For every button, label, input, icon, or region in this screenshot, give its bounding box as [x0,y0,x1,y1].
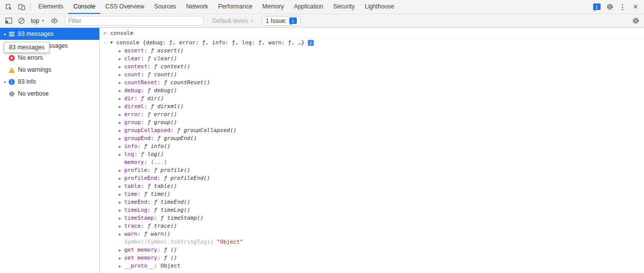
expand-triangle-icon[interactable]: ▶ [119,135,124,143]
live-expression-eye-icon[interactable] [48,14,61,27]
expand-triangle-icon[interactable]: ▶ [119,183,124,191]
context-selector[interactable]: top ▼ [28,17,48,24]
expand-triangle-icon[interactable]: ▶ [119,127,124,135]
console-property-row[interactable]: ▶groupEnd: ƒ groupEnd() [100,135,644,142]
console-property-row[interactable]: ▶dir: ƒ dir() [100,95,644,103]
sidebar-item-info[interactable]: ▸ 83 info [0,76,99,88]
expand-triangle-icon[interactable]: ▶ [119,63,124,71]
tab-lighthouse[interactable]: Lighthouse [360,0,399,14]
expand-triangle-icon[interactable]: ▶ [119,207,124,215]
console-property-row[interactable]: ▶group: ƒ group() [100,119,644,127]
console-property-row[interactable]: ▶profile: ƒ profile() [100,166,644,174]
property-value: ƒ trace() [147,223,177,229]
property-colon: : [144,47,151,54]
expand-triangle-icon[interactable]: ▶ [119,191,124,199]
sidebar-item-messages[interactable]: ▸ 83 messages [0,28,99,40]
console-settings-gear-icon[interactable] [629,14,642,27]
log-levels-dropdown[interactable]: Default levels ▼ [210,17,257,24]
console-property-row[interactable]: ▶context: ƒ context() [100,63,644,71]
sidebar-item-warnings[interactable]: No warnings [0,64,99,76]
expand-triangle-icon[interactable]: ▸ [2,80,8,84]
expand-triangle-icon[interactable]: ▸ [2,32,8,36]
property-colon: : [138,231,144,237]
tooltip: 83 messages [4,42,49,53]
expand-triangle-icon[interactable]: ▶ [119,79,124,87]
filter-input[interactable] [65,16,204,25]
sidebar-item-verbose[interactable]: No verbose [0,88,99,100]
expand-triangle-icon[interactable]: ▶ [119,103,124,111]
issues-counter-icon[interactable]: 1 [590,0,603,13]
console-property-row[interactable]: ▶get memory: ƒ () [100,246,644,254]
tab-css-overview[interactable]: CSS Overview [100,0,149,14]
console-command-row: > console [100,28,644,38]
console-property-row[interactable]: ▶groupCollapsed: ƒ groupCollapsed() [100,127,644,135]
tab-console[interactable]: Console [68,0,100,14]
console-property-row[interactable]: ▶dirxml: ƒ dirxml() [100,103,644,111]
property-colon: : [147,63,154,70]
property-value: ƒ warn() [144,231,171,237]
expand-triangle-icon[interactable]: ▶ [119,215,124,223]
console-property-row[interactable]: ▶assert: ƒ assert() [100,47,644,55]
console-property-row[interactable]: ▶warn: ƒ warn() [100,230,644,238]
console-property-row[interactable]: ▶profileEnd: ƒ profileEnd() [100,174,644,182]
console-api-info-icon[interactable]: i [308,40,314,46]
tab-memory[interactable]: Memory [257,0,289,14]
console-result-row: <· ▼ console {debug: ƒ, error: ƒ, info: … [100,38,644,47]
console-property-row[interactable]: ▶error: ƒ error() [100,111,644,119]
expand-triangle-icon[interactable]: ▶ [119,231,124,239]
expand-triangle-icon[interactable]: ▶ [119,167,124,175]
property-name: set memory [124,255,157,261]
expand-triangle-icon[interactable]: ▶ [119,143,124,151]
kebab-menu-icon[interactable]: ⋮ [616,0,629,13]
clear-console-icon[interactable] [15,14,28,27]
console-property-row[interactable]: ▶timeLog: ƒ timeLog() [100,206,644,214]
log-levels-value: Default levels [213,17,248,24]
tab-application[interactable]: Application [289,0,328,14]
settings-gear-icon[interactable] [603,0,616,13]
expand-triangle-icon[interactable]: ▶ [119,263,124,271]
expand-triangle-icon[interactable]: ▶ [119,55,124,63]
console-property-row[interactable]: ▶debug: ƒ debug() [100,87,644,95]
expand-triangle-icon[interactable]: ▶ [119,119,124,127]
expand-triangle-icon[interactable]: ▶ [119,151,124,159]
console-property-row[interactable]: ▶timeStamp: ƒ timeStamp() [100,214,644,222]
console-sidebar-toggle-icon[interactable] [2,14,15,27]
tab-elements[interactable]: Elements [33,0,68,14]
expand-triangle-icon[interactable]: ▶ [119,71,124,79]
tab-performance[interactable]: Performance [213,0,257,14]
console-property-row[interactable]: ▶countReset: ƒ countReset() [100,79,644,87]
console-property-row[interactable]: ▶count: ƒ count() [100,71,644,79]
tab-security[interactable]: Security [328,0,360,14]
expand-triangle-icon[interactable]: ▶ [119,255,124,263]
console-property-row[interactable]: ▶time: ƒ time() [100,190,644,198]
expand-triangle-icon[interactable]: ▶ [119,111,124,119]
property-value: ƒ timeLog() [154,207,191,213]
console-property-row[interactable]: ▶set memory: ƒ () [100,254,644,262]
sidebar-item-errors[interactable]: No errors [0,52,99,64]
collapse-triangle-icon[interactable]: ▼ [110,40,116,45]
console-property-row[interactable]: ▶clear: ƒ clear() [100,55,644,63]
expand-triangle-icon[interactable]: ▶ [119,175,124,183]
inspect-element-icon[interactable] [2,0,15,13]
console-property-row[interactable]: ▶trace: ƒ trace() [100,222,644,230]
expand-triangle-icon[interactable]: ▶ [119,87,124,95]
console-property-row[interactable]: ▶log: ƒ log() [100,150,644,158]
console-property-row[interactable]: memory: (...) [100,158,644,166]
console-property-row[interactable]: ▶info: ƒ info() [100,142,644,150]
expand-triangle-icon[interactable]: ▶ [119,199,124,207]
expand-triangle-icon[interactable]: ▶ [119,95,124,103]
expand-triangle-icon[interactable]: ▶ [119,247,124,255]
tab-network[interactable]: Network [181,0,213,14]
close-icon[interactable]: ✕ [629,0,642,13]
property-colon: : [141,87,147,94]
expand-triangle-icon[interactable]: ▶ [119,223,124,231]
console-property-row[interactable]: ▶table: ƒ table() [100,182,644,190]
expand-triangle-icon[interactable]: ▶ [119,47,124,55]
issues-pill[interactable]: 1 Issue: 1 [262,16,301,26]
property-value[interactable]: (...) [151,159,167,165]
console-property-row[interactable]: ▶__proto__: Object [100,262,644,270]
tab-sources[interactable]: Sources [149,0,181,14]
device-toolbar-icon[interactable] [15,0,28,13]
property-name: countReset [124,79,157,86]
console-property-row[interactable]: ▶timeEnd: ƒ timeEnd() [100,198,644,206]
